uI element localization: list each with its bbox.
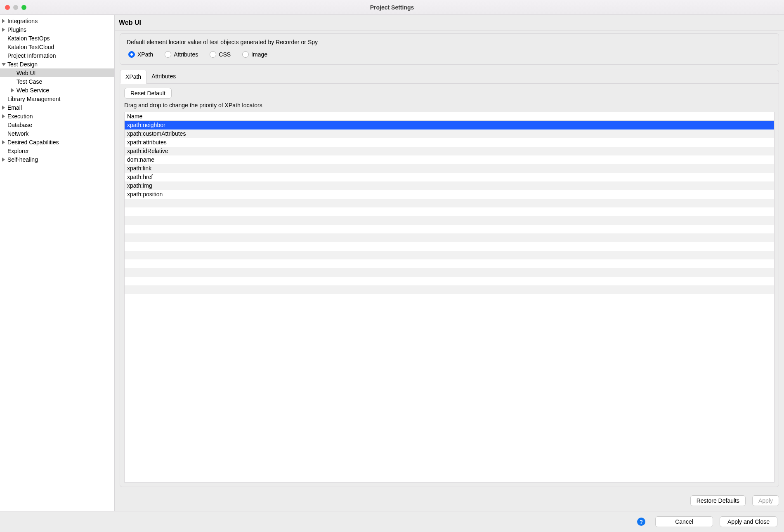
sidebar-item[interactable]: Plugins xyxy=(0,25,114,34)
table-row[interactable]: xpath:href xyxy=(125,173,774,181)
sidebar-item[interactable]: Desired Capabilities xyxy=(0,138,114,146)
sidebar-item-label: Web Service xyxy=(17,87,49,94)
sidebar-item-label: Test Design xyxy=(7,61,38,68)
content-footer: Restore Defaults Apply xyxy=(115,492,784,511)
radio-label: Attributes xyxy=(174,51,198,58)
sidebar-item-label: Web UI xyxy=(17,70,35,76)
titlebar: Project Settings xyxy=(0,0,784,15)
window-title: Project Settings xyxy=(0,4,784,11)
sidebar-item[interactable]: Katalon TestOps xyxy=(0,34,114,42)
radio-icon[interactable] xyxy=(128,51,135,58)
sidebar-item[interactable]: Web Service xyxy=(0,86,114,94)
content-body: Default element locator value of test ob… xyxy=(115,31,784,492)
sidebar-item-label: Database xyxy=(7,122,32,128)
table-row[interactable]: xpath:position xyxy=(125,190,774,199)
tab[interactable]: Attributes xyxy=(146,70,181,84)
sidebar-item-label: Plugins xyxy=(7,26,26,33)
sidebar-item-label: Execution xyxy=(7,113,33,120)
sidebar-item[interactable]: Test Case xyxy=(0,77,114,86)
sidebar-item-label: Self-healing xyxy=(7,156,38,163)
table-row[interactable] xyxy=(125,207,774,216)
sidebar-item[interactable]: Self-healing xyxy=(0,155,114,164)
sidebar-item-label: Desired Capabilities xyxy=(7,139,59,146)
sidebar-item-label: Katalon TestOps xyxy=(7,35,50,42)
table-row[interactable]: xpath:attributes xyxy=(125,138,774,147)
tab[interactable]: XPath xyxy=(120,70,146,84)
locator-radio-option[interactable]: CSS xyxy=(210,51,231,58)
dialog-button-bar: ? Cancel Apply and Close xyxy=(0,511,784,532)
table-row[interactable]: xpath:idRelative xyxy=(125,147,774,155)
default-locator-description: Default element locator value of test ob… xyxy=(127,39,772,45)
table-row[interactable] xyxy=(125,225,774,233)
table-row[interactable] xyxy=(125,251,774,259)
locator-radio-option[interactable]: XPath xyxy=(128,51,153,58)
content: Web UI Default element locator value of … xyxy=(115,15,784,511)
table-row[interactable] xyxy=(125,199,774,207)
sidebar-item[interactable]: Network xyxy=(0,129,114,138)
tab-row: XPathAttributes xyxy=(120,70,779,84)
tab-content-xpath: Reset Default Drag and drop to change th… xyxy=(120,83,779,487)
table-row[interactable]: xpath:img xyxy=(125,181,774,190)
table-row[interactable]: dom:name xyxy=(125,155,774,164)
disclosure-down-icon[interactable] xyxy=(2,62,6,66)
radio-icon[interactable] xyxy=(210,51,216,58)
maximize-icon[interactable] xyxy=(21,5,26,10)
body: IntegrationsPluginsKatalon TestOpsKatalo… xyxy=(0,15,784,511)
locator-radio-option[interactable]: Image xyxy=(242,51,267,58)
xpath-locator-table[interactable]: Name xpath:neighborxpath:customAttribute… xyxy=(124,112,775,483)
sidebar-item[interactable]: Test Design xyxy=(0,60,114,68)
radio-icon[interactable] xyxy=(165,51,171,58)
locator-radio-option[interactable]: Attributes xyxy=(165,51,198,58)
minimize-icon[interactable] xyxy=(13,5,18,10)
radio-label: CSS xyxy=(219,51,231,58)
sidebar-item-label: Test Case xyxy=(17,78,42,85)
table-row[interactable] xyxy=(125,242,774,251)
disclosure-right-icon[interactable] xyxy=(11,88,15,92)
sidebar-item-label: Integrations xyxy=(7,18,38,24)
table-row[interactable]: xpath:customAttributes xyxy=(125,129,774,138)
sidebar-item[interactable]: Database xyxy=(0,120,114,129)
table-row[interactable] xyxy=(125,268,774,277)
sidebar-item[interactable]: Library Management xyxy=(0,94,114,103)
table-row[interactable] xyxy=(125,259,774,268)
sidebar-item-label: Network xyxy=(7,130,28,137)
radio-label: XPath xyxy=(137,51,153,58)
table-column-header[interactable]: Name xyxy=(125,112,774,121)
table-row[interactable] xyxy=(125,294,774,303)
apply-button[interactable]: Apply xyxy=(752,495,779,506)
sidebar-item[interactable]: Email xyxy=(0,103,114,112)
sidebar: IntegrationsPluginsKatalon TestOpsKatalo… xyxy=(0,15,115,511)
window-controls xyxy=(0,5,26,10)
restore-defaults-button[interactable]: Restore Defaults xyxy=(690,495,746,506)
sidebar-item[interactable]: Web UI xyxy=(0,68,114,77)
table-row[interactable] xyxy=(125,233,774,242)
locator-radio-row: XPathAttributesCSSImage xyxy=(127,51,772,58)
sidebar-item-label: Project Information xyxy=(7,52,56,59)
radio-icon[interactable] xyxy=(242,51,249,58)
table-row[interactable]: xpath:link xyxy=(125,164,774,173)
disclosure-right-icon[interactable] xyxy=(2,114,6,118)
default-locator-group: Default element locator value of test ob… xyxy=(120,33,779,65)
apply-and-close-button[interactable]: Apply and Close xyxy=(720,516,777,527)
cancel-button[interactable]: Cancel xyxy=(655,516,713,527)
reset-default-button[interactable]: Reset Default xyxy=(124,88,172,99)
sidebar-item[interactable]: Execution xyxy=(0,112,114,120)
sidebar-item[interactable]: Explorer xyxy=(0,146,114,155)
close-icon[interactable] xyxy=(5,5,10,10)
radio-label: Image xyxy=(251,51,267,58)
disclosure-right-icon[interactable] xyxy=(2,106,6,110)
sidebar-item[interactable]: Integrations xyxy=(0,16,114,25)
table-row[interactable] xyxy=(125,216,774,225)
help-icon[interactable]: ? xyxy=(637,518,645,526)
sidebar-item-label: Library Management xyxy=(7,96,60,102)
disclosure-right-icon[interactable] xyxy=(2,19,6,23)
table-row[interactable] xyxy=(125,277,774,285)
sidebar-item[interactable]: Project Information xyxy=(0,51,114,60)
sidebar-item-label: Explorer xyxy=(7,148,29,154)
disclosure-right-icon[interactable] xyxy=(2,140,6,144)
disclosure-right-icon[interactable] xyxy=(2,158,6,162)
table-row[interactable] xyxy=(125,285,774,294)
table-row[interactable]: xpath:neighbor xyxy=(125,121,774,129)
disclosure-right-icon[interactable] xyxy=(2,28,6,32)
sidebar-item[interactable]: Katalon TestCloud xyxy=(0,42,114,51)
